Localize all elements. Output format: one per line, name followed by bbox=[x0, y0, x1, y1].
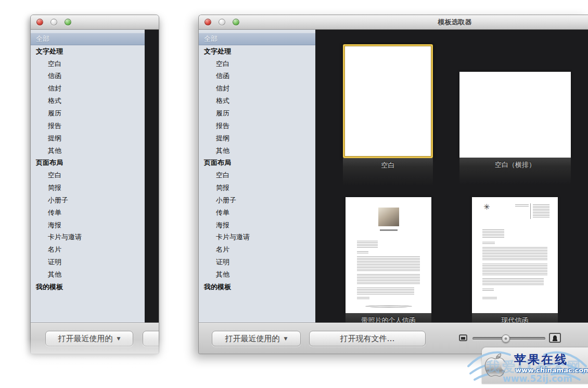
template-chooser-window-background: 全部 文字处理 空白 信函 信封 格式 履历 报告 提纲 其他 页面布局 bbox=[30, 15, 159, 354]
sidebar-item[interactable]: 提纲 bbox=[199, 132, 315, 145]
letter-paragraph bbox=[357, 256, 420, 271]
minimize-button[interactable] bbox=[50, 19, 57, 25]
sidebar-item[interactable]: 信封 bbox=[31, 82, 145, 95]
titlebar[interactable]: 模板选取器 bbox=[199, 15, 588, 30]
category-sidebar: 全部 文字处理 空白 信函 信封 格式 履历 报告 提纲 其他 页面布局 bbox=[31, 30, 145, 322]
watermark-background-url: www.52ij.com bbox=[503, 373, 572, 384]
letter-address-lines bbox=[357, 241, 378, 248]
watermark-brand: 苹果在线 bbox=[514, 352, 568, 368]
sidebar-item[interactable]: 我的模板 bbox=[31, 281, 145, 293]
template-label-strip: 空白 bbox=[343, 158, 433, 188]
sidebar-item[interactable]: 小册子 bbox=[31, 194, 145, 206]
sidebar-item[interactable]: 页面布局 bbox=[199, 157, 315, 169]
desktop-canvas: 全部 文字处理 空白 信函 信封 格式 履历 报告 提纲 其他 页面布局 bbox=[0, 0, 588, 388]
open-existing-button[interactable]: 打开现有文件… bbox=[309, 331, 426, 346]
letter-paragraph bbox=[482, 247, 547, 261]
sidebar-item[interactable]: 传单 bbox=[31, 206, 145, 219]
sidebar-item[interactable]: 小册子 bbox=[199, 194, 315, 206]
sidebar-item[interactable]: 提纲 bbox=[31, 132, 145, 145]
sidebar-item[interactable]: 报告 bbox=[199, 120, 315, 132]
template-thumbnail-modern-letter[interactable]: ✳ bbox=[472, 197, 558, 313]
thumbnail-size-slider[interactable] bbox=[472, 337, 545, 340]
letter-photo-placeholder bbox=[378, 208, 399, 226]
template-thumbnail-blank-landscape[interactable] bbox=[459, 72, 571, 158]
sidebar-item[interactable]: 空白 bbox=[199, 58, 315, 70]
site-watermark: 我爱IT技术网 www.52ij.com 苹果在线 www.chinamac.c… bbox=[466, 343, 588, 388]
letter-paragraph bbox=[357, 274, 420, 285]
sidebar-item[interactable]: 空白 bbox=[199, 169, 315, 182]
sidebar-item[interactable]: 海报 bbox=[199, 219, 315, 231]
sidebar-item[interactable]: 其他 bbox=[199, 145, 315, 157]
letter-paragraph bbox=[357, 288, 414, 294]
letter-salutation-line bbox=[482, 242, 495, 244]
titlebar[interactable] bbox=[31, 15, 159, 30]
letter-signoff-line bbox=[482, 289, 494, 291]
template-thumbnail-blank[interactable] bbox=[343, 44, 433, 158]
sidebar-item[interactable]: 文字处理 bbox=[31, 45, 145, 58]
letter-address-lines bbox=[482, 229, 504, 238]
sidebar-item[interactable]: 名片 bbox=[199, 243, 315, 256]
letter-header-rule bbox=[530, 203, 531, 219]
letter-name-line bbox=[380, 229, 398, 231]
small-thumbnails-icon[interactable] bbox=[459, 334, 467, 341]
sidebar-item[interactable]: 空白 bbox=[31, 169, 145, 182]
minimize-button[interactable] bbox=[219, 19, 225, 25]
close-button[interactable] bbox=[204, 19, 211, 25]
sidebar-item[interactable]: 文字处理 bbox=[199, 45, 315, 58]
zoom-button[interactable] bbox=[233, 19, 239, 25]
sidebar-item[interactable]: 其他 bbox=[199, 268, 315, 281]
sidebar-item[interactable]: 简报 bbox=[199, 182, 315, 194]
sidebar-item[interactable]: 我的模板 bbox=[199, 281, 315, 293]
letter-paragraph bbox=[482, 278, 544, 285]
sidebar-item[interactable]: 报告 bbox=[31, 120, 145, 132]
sidebar-item[interactable]: 传单 bbox=[199, 206, 315, 219]
letter-header-lines bbox=[533, 204, 549, 218]
template-label-strip: 空白（横排） bbox=[459, 158, 571, 187]
sidebar-item[interactable]: 证明 bbox=[199, 256, 315, 268]
slider-thumb[interactable] bbox=[502, 334, 510, 343]
sidebar-item[interactable]: 证明 bbox=[31, 256, 145, 268]
dropdown-arrow-icon: ▼ bbox=[284, 336, 288, 341]
sidebar-item[interactable]: 页面布局 bbox=[31, 157, 145, 169]
sidebar-item[interactable]: 履历 bbox=[199, 107, 315, 120]
traffic-lights bbox=[36, 19, 71, 25]
sidebar-item[interactable]: 全部 bbox=[199, 33, 315, 45]
template-name: 空白（横排） bbox=[495, 160, 535, 170]
letter-header-line bbox=[515, 204, 529, 206]
ornament-icon: ✳ bbox=[483, 202, 490, 212]
sidebar-item[interactable]: 信函 bbox=[31, 70, 145, 83]
open-recent-button[interactable]: 打开最近使用的 ▼ bbox=[212, 331, 301, 346]
sidebar-item[interactable]: 格式 bbox=[31, 95, 145, 107]
letter-signoff-line bbox=[357, 297, 369, 299]
letter-paragraph bbox=[482, 264, 547, 276]
letter-salutation-line bbox=[357, 251, 368, 253]
sidebar-item[interactable]: 空白 bbox=[31, 58, 145, 70]
template-grid: 空白 空白（横排） 带照片的个人信函 bbox=[315, 30, 588, 325]
sidebar-item[interactable]: 海报 bbox=[31, 219, 145, 231]
traffic-lights bbox=[204, 19, 239, 25]
template-thumbnail-photo-letter[interactable] bbox=[346, 197, 431, 313]
template-name: 空白 bbox=[381, 161, 395, 170]
sidebar-item[interactable]: 其他 bbox=[31, 145, 145, 157]
sidebar-item[interactable]: 履历 bbox=[31, 107, 145, 120]
sidebar-item[interactable]: 信封 bbox=[199, 82, 315, 95]
window-title: 模板选取器 bbox=[438, 15, 472, 29]
sidebar-item[interactable]: 全部 bbox=[31, 33, 145, 45]
sidebar-item[interactable]: 其他 bbox=[31, 268, 145, 281]
open-recent-label: 打开最近使用的 bbox=[225, 334, 280, 344]
sidebar-item[interactable]: 简报 bbox=[31, 182, 145, 194]
close-button[interactable] bbox=[36, 19, 43, 25]
large-thumbnails-icon[interactable] bbox=[549, 333, 561, 343]
sidebar-item[interactable]: 卡片与邀请 bbox=[31, 231, 145, 244]
background-window-fade bbox=[10, 339, 172, 388]
open-existing-label: 打开现有文件… bbox=[340, 334, 395, 344]
zoom-button[interactable] bbox=[65, 19, 71, 25]
template-chooser-window: 模板选取器 全部 文字处理 空白 信函 信封 格式 履历 报告 提纲 bbox=[198, 15, 588, 354]
sidebar-item[interactable]: 卡片与邀请 bbox=[199, 231, 315, 244]
watermark-url: www.chinamac.com bbox=[515, 366, 588, 374]
sidebar-item[interactable]: 名片 bbox=[31, 243, 145, 256]
sidebar-item[interactable]: 信函 bbox=[199, 70, 315, 83]
sidebar-item[interactable]: 格式 bbox=[199, 95, 315, 107]
template-area-edge bbox=[145, 30, 159, 322]
letter-footer-line bbox=[365, 305, 412, 307]
